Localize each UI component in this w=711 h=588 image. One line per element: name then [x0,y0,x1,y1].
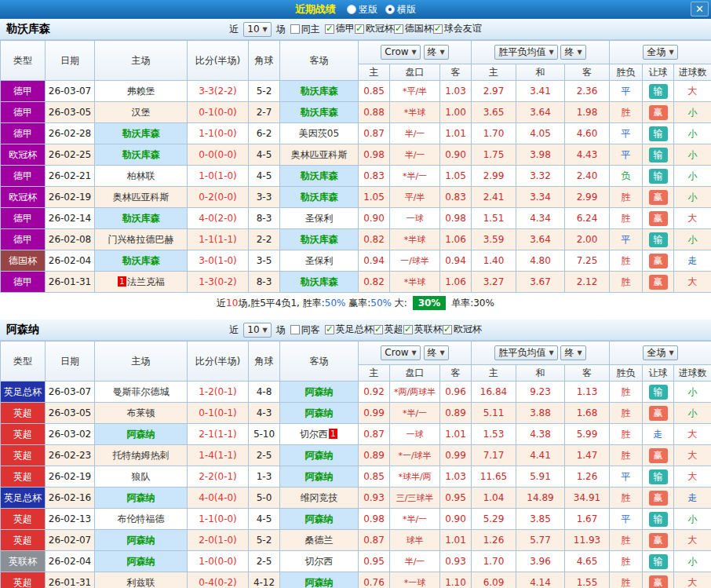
home-team[interactable]: 托特纳姆热刺 [95,445,188,466]
handicap-line: *半球 [390,102,440,123]
match-row: 英超26-02-23托特纳姆热刺1-4(1-1)2-5阿森纳0.89*一/球半0… [1,445,711,466]
bookmaker-select[interactable]: Crow▼ [381,45,420,60]
same-venue-checkbox[interactable]: 同客 [290,323,320,337]
away-team[interactable]: 阿森纳 [280,509,359,530]
home-team[interactable]: 勒沃库森 [95,123,188,144]
asian-away-odds: 1.03 [440,466,472,488]
col-asian-away: 客 [440,64,472,81]
layout-horizontal-radio[interactable]: 横版 [385,3,416,16]
away-team[interactable]: 圣保利 [280,250,359,272]
home-team[interactable]: 布伦特福德 [95,509,188,530]
scope-select[interactable]: 全场▼ [643,345,677,360]
same-venue-checkbox[interactable]: 同主 [290,23,320,36]
away-team[interactable]: 美因茨05 [280,123,359,144]
league-filter-checkbox[interactable]: 德国杯 [394,22,433,35]
home-team[interactable]: 狼队 [95,466,188,488]
asian-home-odds: 0.94 [359,250,390,272]
asian-stage-select[interactable]: 终▼ [424,45,449,60]
league-filter-checkbox[interactable]: 球会友谊 [433,22,482,35]
league-filter-checkbox[interactable]: 欧冠杯 [443,323,482,336]
league-type-badge: 德甲 [1,166,46,187]
home-team[interactable]: 阿森纳 [95,530,188,551]
handicap-line: 球半 [390,530,440,551]
away-team[interactable]: 勒沃库森 [280,166,359,187]
goals-result-text: 小 [688,192,698,203]
goals-result-cell: 大 [674,208,711,229]
away-team[interactable]: 切尔西 [280,551,359,572]
home-team[interactable]: 门兴格拉德巴赫 [95,229,188,250]
goals-result-text: 大 [688,535,698,546]
home-team[interactable]: 柏林联 [95,166,188,187]
match-date: 26-02-23 [46,445,95,466]
goals-result-text: 小 [688,149,698,160]
match-date: 26-02-08 [46,229,95,250]
home-team[interactable]: 利兹联 [95,572,188,588]
home-team[interactable]: 1法兰克福 [95,272,188,293]
handicap-line: *球半/两 [390,466,440,488]
asian-away-odds: 0.99 [440,445,472,466]
bookmaker-select[interactable]: Crow▼ [381,345,420,360]
goals-result-text: 小 [688,170,698,181]
asian-away-odds: 0.94 [440,250,472,272]
home-team[interactable]: 曼斯菲尔德城 [95,382,188,403]
away-team[interactable]: 阿森纳 [280,445,359,466]
home-team[interactable]: 勒沃库森 [95,208,188,229]
league-filter-checkbox[interactable]: 德甲 [325,22,355,35]
handicap-result-text: 赢 [649,275,668,290]
handicap-result-text: 输 [649,232,668,247]
away-team[interactable]: 阿森纳 [280,572,359,588]
europe-odds-select[interactable]: 胜平负均值▼ [494,45,557,60]
match-score: 1-1(0-0) [188,123,249,144]
away-team[interactable]: 勒沃库森 [280,187,359,208]
home-team[interactable]: 汉堡 [95,102,188,123]
asian-stage-select[interactable]: 终▼ [424,345,449,360]
away-team[interactable]: 勒沃库森 [280,272,359,293]
league-filter-checkbox[interactable]: 英联杯 [403,323,443,336]
europe-stage-select[interactable]: 终▼ [560,345,585,360]
league-filter-checkbox[interactable]: 英超 [374,323,403,336]
summary-segment: 单率:30% [448,298,494,309]
away-team[interactable]: 勒沃库森 [280,229,359,250]
col-handicap-result: 让球 [643,365,674,382]
europe-home-odds: 1.70 [472,123,516,144]
away-team[interactable]: 勒沃库森 [280,81,359,102]
scope-select[interactable]: 全场▼ [643,45,677,60]
away-team[interactable]: 阿森纳 [280,466,359,488]
home-team[interactable]: 勒沃库森 [95,250,188,272]
corner-score: 4-8 [249,382,280,403]
close-button[interactable]: ✕ [691,2,709,16]
layout-vertical-radio[interactable]: 竖版 [347,3,377,16]
away-team[interactable]: 阿森纳 [280,403,359,424]
goals-result-cell: 小 [674,123,711,144]
table-header-row-1: 类型 日期 主场 比分(半场) 角球 客场 Crow▼ 终▼ 胜平负均值▼ 终▼ [1,341,711,365]
away-team[interactable]: 阿森纳 [280,382,359,403]
home-team[interactable]: 勒沃库森 [95,144,188,166]
home-team[interactable]: 奥林匹亚科斯 [95,187,188,208]
handicap-result-text: 赢 [649,211,668,226]
asian-away-odds: 1.03 [440,81,472,102]
handicap-result-cell: 赢 [643,102,674,123]
summary-segment: 10 [226,298,238,309]
dropdown-arrow-icon: ▼ [549,349,553,356]
col-away: 客场 [280,41,359,81]
away-team[interactable]: 维冈竞技 [280,488,359,509]
home-team[interactable]: 阿森纳 [95,551,188,572]
corner-score: 1-3 [249,466,280,488]
match-count-select[interactable]: 10▼ [243,22,271,37]
away-team[interactable]: 奥林匹亚科斯 [280,144,359,166]
home-team[interactable]: 弗赖堡 [95,81,188,102]
asian-away-odds: 1.06 [440,272,472,293]
away-team[interactable]: 圣保利 [280,208,359,229]
league-filter-checkbox[interactable]: 欧冠杯 [355,22,394,35]
europe-stage-select[interactable]: 终▼ [560,45,585,60]
away-team[interactable]: 桑德兰 [280,530,359,551]
home-team[interactable]: 阿森纳 [95,424,188,445]
match-count-select[interactable]: 10▼ [243,323,271,338]
europe-odds-select[interactable]: 胜平负均值▼ [494,345,557,360]
away-team[interactable]: 切尔西1 [280,424,359,445]
league-filter-checkbox[interactable]: 英足总杯 [325,323,374,336]
home-team[interactable]: 布莱顿 [95,403,188,424]
home-team[interactable]: 阿森纳 [95,488,188,509]
away-team[interactable]: 勒沃库森 [280,102,359,123]
checkbox-icon [290,24,300,34]
